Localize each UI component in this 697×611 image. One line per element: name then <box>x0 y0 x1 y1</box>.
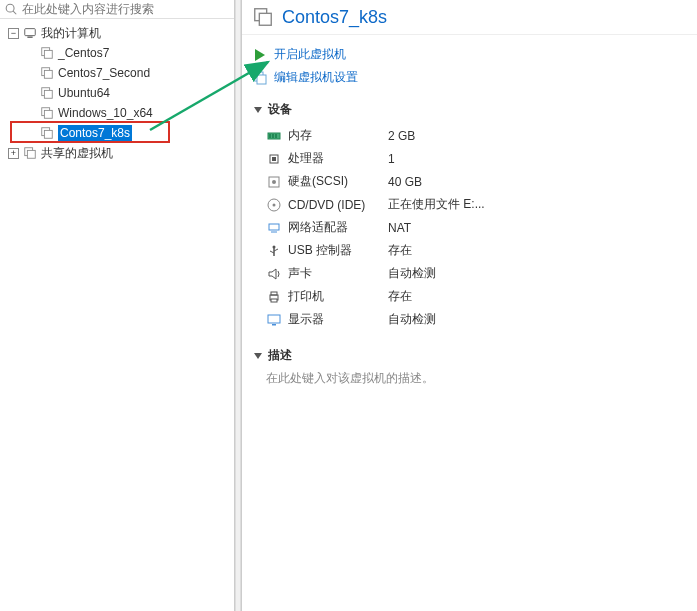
tree-label: _Centos7 <box>58 46 109 60</box>
device-name: 声卡 <box>288 265 388 282</box>
tree-item-ubuntu64[interactable]: Ubuntu64 <box>0 83 234 103</box>
svg-rect-40 <box>271 292 277 295</box>
tree-label: Centos7_Second <box>58 66 150 80</box>
svg-rect-5 <box>44 50 52 58</box>
svg-rect-23 <box>269 134 271 138</box>
svg-rect-2 <box>25 29 36 36</box>
svg-rect-27 <box>272 157 276 161</box>
vm-icon <box>40 66 54 80</box>
devices-header[interactable]: 设备 <box>252 101 687 118</box>
device-name: USB 控制器 <box>288 242 388 259</box>
svg-rect-41 <box>271 299 277 302</box>
shared-icon <box>23 146 37 160</box>
network-icon <box>266 220 282 236</box>
svg-marker-18 <box>255 49 265 61</box>
tree-item-contos7-k8s[interactable]: Contos7_k8s <box>0 123 234 143</box>
play-icon <box>252 47 268 63</box>
device-row[interactable]: 声卡自动检测 <box>266 262 687 285</box>
svg-rect-13 <box>44 130 52 138</box>
device-value: 2 GB <box>388 129 415 143</box>
tree-shared-vms[interactable]: + 共享的虚拟机 <box>0 143 234 163</box>
device-name: 内存 <box>288 127 388 144</box>
tree-root-my-computer[interactable]: − 我的计算机 <box>0 23 234 43</box>
collapse-icon[interactable]: − <box>8 28 19 39</box>
svg-point-29 <box>272 180 276 184</box>
svg-point-0 <box>6 4 14 12</box>
vm-tree: − 我的计算机 _Centos7 Centos7_Second Ubuntu64… <box>0 19 234 167</box>
tree-item-centos7-second[interactable]: Centos7_Second <box>0 63 234 83</box>
usb-icon <box>266 243 282 259</box>
svg-rect-20 <box>257 75 266 84</box>
description-header[interactable]: 描述 <box>252 347 687 364</box>
device-name: 处理器 <box>288 150 388 167</box>
main-panel: Contos7_k8s 开启此虚拟机 编辑虚拟机设置 设备 内存2 GB处理器1… <box>241 0 697 611</box>
tree-label: Ubuntu64 <box>58 86 110 100</box>
tree-label: Contos7_k8s <box>58 125 132 141</box>
search-input[interactable] <box>22 2 230 16</box>
vm-tab-icon <box>252 6 274 28</box>
svg-rect-24 <box>272 134 274 138</box>
cd-icon <box>266 197 282 213</box>
device-row[interactable]: 打印机存在 <box>266 285 687 308</box>
vm-actions: 开启此虚拟机 编辑虚拟机设置 <box>242 35 697 93</box>
device-table: 内存2 GB处理器1硬盘(SCSI)40 GBCD/DVD (IDE)正在使用文… <box>266 124 687 331</box>
device-value: 正在使用文件 E:... <box>388 196 485 213</box>
device-value: 存在 <box>388 288 412 305</box>
section-title: 设备 <box>268 101 292 118</box>
svg-marker-38 <box>269 269 276 279</box>
device-value: NAT <box>388 221 411 235</box>
svg-rect-32 <box>269 224 279 230</box>
description-section: 描述 在此处键入对该虚拟机的描述。 <box>242 339 697 395</box>
cpu-icon <box>266 151 282 167</box>
device-name: 网络适配器 <box>288 219 388 236</box>
device-row[interactable]: 显示器自动检测 <box>266 308 687 331</box>
svg-rect-25 <box>275 134 277 138</box>
page-title: Contos7_k8s <box>282 7 387 28</box>
svg-marker-21 <box>254 107 262 113</box>
memory-icon <box>266 128 282 144</box>
vm-icon <box>40 86 54 100</box>
svg-rect-15 <box>27 150 35 158</box>
search-icon <box>4 2 18 16</box>
printer-icon <box>266 289 282 305</box>
action-label: 开启此虚拟机 <box>274 46 346 63</box>
description-placeholder[interactable]: 在此处键入对该虚拟机的描述。 <box>266 370 687 387</box>
settings-icon <box>252 70 268 86</box>
computer-icon <box>23 26 37 40</box>
tree-item-centos7[interactable]: _Centos7 <box>0 43 234 63</box>
edit-settings-button[interactable]: 编辑虚拟机设置 <box>252 66 687 89</box>
sidebar: − 我的计算机 _Centos7 Centos7_Second Ubuntu64… <box>0 0 235 611</box>
svg-rect-42 <box>268 315 280 323</box>
expand-icon[interactable]: + <box>8 148 19 159</box>
device-row[interactable]: 网络适配器NAT <box>266 216 687 239</box>
device-row[interactable]: CD/DVD (IDE)正在使用文件 E:... <box>266 193 687 216</box>
tree-item-windows10x64[interactable]: Windows_10_x64 <box>0 103 234 123</box>
svg-rect-43 <box>272 324 276 326</box>
svg-rect-17 <box>259 13 271 25</box>
tree-label: 共享的虚拟机 <box>41 145 113 162</box>
tree-label: Windows_10_x64 <box>58 106 153 120</box>
device-value: 1 <box>388 152 395 166</box>
chevron-down-icon <box>252 104 264 116</box>
tree-label: 我的计算机 <box>41 25 101 42</box>
devices-section: 设备 内存2 GB处理器1硬盘(SCSI)40 GBCD/DVD (IDE)正在… <box>242 93 697 339</box>
device-row[interactable]: 处理器1 <box>266 147 687 170</box>
device-row[interactable]: USB 控制器存在 <box>266 239 687 262</box>
device-row[interactable]: 硬盘(SCSI)40 GB <box>266 170 687 193</box>
vm-icon <box>40 126 54 140</box>
device-value: 40 GB <box>388 175 422 189</box>
device-value: 自动检测 <box>388 311 436 328</box>
power-on-button[interactable]: 开启此虚拟机 <box>252 43 687 66</box>
svg-line-1 <box>13 11 16 14</box>
vm-icon <box>40 106 54 120</box>
tab-header: Contos7_k8s <box>242 0 697 35</box>
svg-rect-9 <box>44 90 52 98</box>
search-bar <box>0 0 234 19</box>
disk-icon <box>266 174 282 190</box>
device-row[interactable]: 内存2 GB <box>266 124 687 147</box>
svg-marker-44 <box>254 353 262 359</box>
action-label: 编辑虚拟机设置 <box>274 69 358 86</box>
device-name: 打印机 <box>288 288 388 305</box>
sound-icon <box>266 266 282 282</box>
svg-rect-3 <box>27 37 32 38</box>
